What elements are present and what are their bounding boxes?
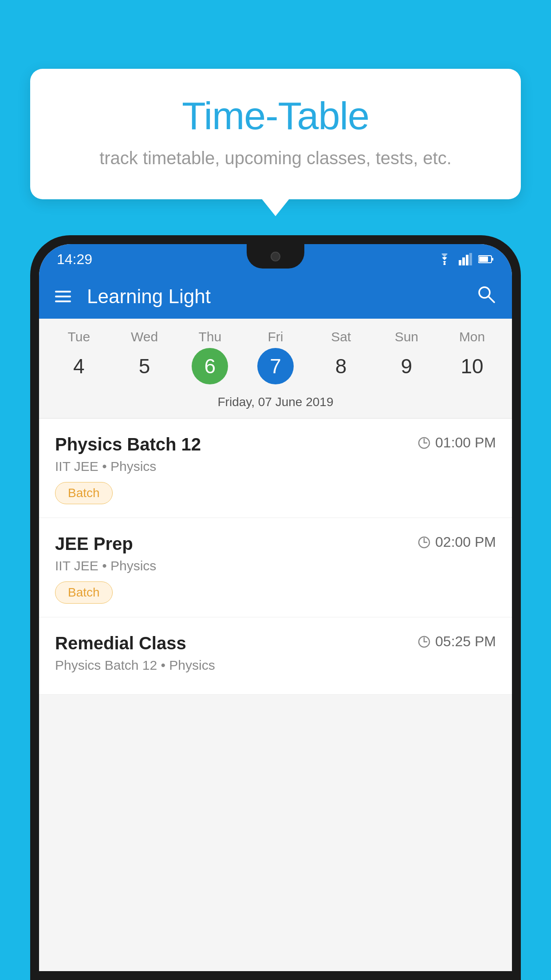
clock-icon [417,436,431,450]
day-name: Mon [459,329,485,344]
svg-line-9 [488,296,494,302]
day-col[interactable]: Sun9 [378,329,435,384]
status-bar: 14:29 [39,244,512,274]
battery-icon [478,255,494,264]
item-title: JEE Prep [55,534,133,554]
item-time: 01:00 PM [417,435,496,451]
batch-badge: Batch [55,581,113,604]
app-title: Learning Light [87,285,460,308]
camera-dot [271,252,280,261]
day-col[interactable]: Fri7 [247,329,304,384]
svg-point-0 [444,263,446,265]
day-number[interactable]: 10 [454,348,490,384]
batch-badge: Batch [55,482,113,504]
item-title: Remedial Class [55,633,186,653]
svg-rect-1 [459,260,461,265]
phone-shell: 14:29 [30,235,521,980]
svg-rect-3 [466,255,468,265]
item-title: Physics Batch 12 [55,435,201,454]
schedule-list: Physics Batch 1201:00 PMIIT JEE • Physic… [39,419,512,695]
day-col[interactable]: Thu6 [181,329,239,384]
day-col[interactable]: Wed5 [116,329,173,384]
day-number[interactable]: 4 [61,348,97,384]
day-number[interactable]: 7 [257,348,294,384]
tooltip-subtitle: track timetable, upcoming classes, tests… [57,148,494,168]
svg-rect-7 [492,258,493,261]
day-name: Tue [68,329,91,344]
wifi-icon [437,253,453,265]
status-icons [437,253,494,265]
svg-rect-6 [479,257,488,262]
tooltip-card: Time-Table track timetable, upcoming cla… [30,69,521,199]
day-name: Sun [395,329,418,344]
app-bar: Learning Light [39,274,512,319]
notch [247,244,304,269]
day-number[interactable]: 8 [323,348,359,384]
item-time: 05:25 PM [417,633,496,650]
schedule-item[interactable]: Remedial Class05:25 PMPhysics Batch 12 •… [39,617,512,695]
day-name: Sat [331,329,351,344]
phone-screen: 14:29 [39,244,512,971]
item-subtitle: IIT JEE • Physics [55,558,496,573]
tooltip-title: Time-Table [57,93,494,138]
day-number[interactable]: 5 [126,348,163,384]
svg-rect-2 [462,257,465,265]
day-number[interactable]: 9 [388,348,425,384]
day-col[interactable]: Sat8 [312,329,370,384]
hamburger-menu-icon[interactable] [55,291,71,302]
day-name: Thu [198,329,221,344]
item-time: 02:00 PM [417,534,496,550]
search-icon[interactable] [476,285,496,308]
day-number[interactable]: 6 [192,348,228,384]
calendar-strip: Tue4Wed5Thu6Fri7Sat8Sun9Mon10 Friday, 07… [39,319,512,419]
day-name: Wed [131,329,158,344]
schedule-item[interactable]: JEE Prep02:00 PMIIT JEE • PhysicsBatch [39,518,512,617]
status-time: 14:29 [57,251,92,268]
clock-icon [417,536,431,549]
days-row: Tue4Wed5Thu6Fri7Sat8Sun9Mon10 [39,329,512,384]
schedule-item[interactable]: Physics Batch 1201:00 PMIIT JEE • Physic… [39,419,512,518]
selected-date-label: Friday, 07 June 2019 [39,389,512,419]
clock-icon [417,635,431,648]
signal-icon [459,253,472,265]
svg-rect-4 [469,253,472,265]
day-col[interactable]: Tue4 [50,329,108,384]
item-subtitle: Physics Batch 12 • Physics [55,658,496,673]
item-subtitle: IIT JEE • Physics [55,459,496,474]
day-col[interactable]: Mon10 [443,329,501,384]
day-name: Fri [268,329,283,344]
